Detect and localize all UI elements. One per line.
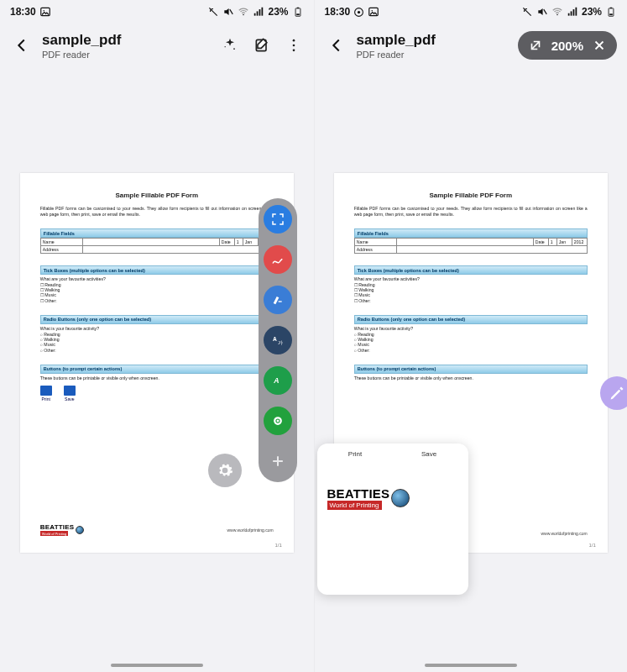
svg-rect-17 <box>278 301 281 302</box>
battery-percent: 23% <box>582 6 602 18</box>
picture-icon <box>368 6 379 18</box>
tool-palette[interactable]: A가 A <box>259 198 297 482</box>
mute-icon <box>222 6 234 18</box>
file-title: sample_pdf <box>42 32 212 49</box>
zp-save: Save <box>421 450 436 458</box>
pdf-intro: Fillable PDF forms can be customised to … <box>40 206 274 217</box>
phone-right: 18:30 23% sample_pdf PDF reader 200% <box>314 0 628 672</box>
close-icon[interactable] <box>592 38 607 53</box>
radio-options: ReadingWalking MusicOther: <box>40 332 274 353</box>
battery-percent: 23% <box>268 6 288 18</box>
svg-point-14 <box>292 39 295 42</box>
svg-rect-31 <box>568 13 570 16</box>
nav-handle[interactable] <box>425 664 517 667</box>
svg-rect-34 <box>575 8 577 16</box>
phone-left: 18:30 23% sample_pdf PDF reader <box>0 0 314 672</box>
battery-icon <box>292 6 304 18</box>
pdf-title: Sample Fillable PDF Form <box>40 192 274 199</box>
tool-draw[interactable] <box>264 245 292 274</box>
tool-add[interactable] <box>264 447 292 475</box>
back-button[interactable] <box>10 34 34 57</box>
band-fillable: Fillable Fields <box>354 228 588 238</box>
tool-highlight[interactable] <box>264 286 292 314</box>
radio-question: What is your favourite activity? <box>40 326 274 331</box>
signal-icon <box>253 6 264 18</box>
svg-point-16 <box>292 50 295 52</box>
tick-options: ReadingWalking MusicOther: <box>40 282 274 303</box>
svg-rect-5 <box>257 11 259 15</box>
edit-note-icon[interactable] <box>252 35 272 55</box>
wifi-icon <box>551 6 563 18</box>
signal-icon <box>567 6 578 18</box>
radio-question: What is your favourite activity? <box>354 326 588 331</box>
svg-point-11 <box>233 48 235 50</box>
more-menu-icon[interactable] <box>284 35 304 55</box>
svg-point-1 <box>43 10 44 12</box>
tool-translate[interactable]: A가 <box>264 326 292 354</box>
status-bar: 18:30 23% <box>315 0 628 24</box>
tool-fullscreen[interactable] <box>264 205 292 234</box>
ai-sparkle-icon[interactable] <box>220 35 240 55</box>
battery-icon <box>605 6 617 18</box>
page-number: 1/1 <box>588 543 595 548</box>
fillable-table: Name Date 1 Jan 2012 Address <box>354 238 588 254</box>
nfc-off-icon <box>207 6 219 18</box>
nav-handle[interactable] <box>111 664 203 667</box>
app-subtitle: PDF reader <box>42 50 212 60</box>
band-buttons: Buttons (to prompt certain actions) <box>354 365 588 374</box>
pdf-intro: Fillable PDF forms can be customised to … <box>354 206 588 217</box>
band-tick: Tick Boxes (multiple options can be sele… <box>354 265 588 275</box>
svg-rect-37 <box>610 8 612 8</box>
svg-text:A: A <box>273 376 279 385</box>
svg-point-15 <box>292 45 295 47</box>
buttons-note: These buttons can be printable or visibl… <box>40 375 274 381</box>
svg-text:A: A <box>273 336 277 342</box>
clock: 18:30 <box>10 6 36 18</box>
file-title: sample_pdf <box>357 32 509 49</box>
pen-fab[interactable] <box>600 376 627 410</box>
pdf-print-button[interactable]: Print <box>40 386 52 402</box>
brand-logo: BEATTIES World of Printing <box>40 523 85 536</box>
status-app-icon <box>353 7 364 18</box>
globe-icon <box>76 526 84 534</box>
back-button[interactable] <box>325 34 348 57</box>
svg-point-28 <box>372 10 374 12</box>
nfc-off-icon <box>521 6 533 18</box>
settings-fab[interactable] <box>208 454 242 487</box>
svg-line-2 <box>230 9 233 14</box>
svg-point-30 <box>556 14 558 16</box>
footer-url: www.worldofprinting.com <box>541 531 587 536</box>
picture-icon <box>39 6 51 18</box>
svg-rect-6 <box>259 9 261 16</box>
band-fillable: Fillable Fields <box>40 228 274 238</box>
svg-point-3 <box>243 14 245 16</box>
tick-question: What are your favourite activities? <box>40 276 274 281</box>
svg-rect-7 <box>262 8 264 16</box>
svg-rect-10 <box>296 8 298 8</box>
pdf-save-button[interactable]: Save <box>64 386 76 402</box>
page-number: 1/1 <box>274 543 281 548</box>
zp-print: Print <box>348 450 362 458</box>
svg-point-12 <box>224 46 225 47</box>
brand-logo-zoomed: BEATTIES World of Printing <box>327 486 467 510</box>
svg-point-26 <box>358 10 360 13</box>
buttons-note: These buttons can be printable or visibl… <box>354 375 588 381</box>
svg-text:가: 가 <box>278 340 283 345</box>
tool-smart-select[interactable] <box>264 407 292 435</box>
radio-options: ReadingWalking MusicOther: <box>354 332 588 353</box>
band-radio: Radio Buttons (only one option can be se… <box>40 315 274 324</box>
magnifier-preview[interactable]: Print Save BEATTIES World of Printing <box>317 444 468 595</box>
svg-rect-32 <box>571 11 572 15</box>
app-header: sample_pdf PDF reader <box>0 24 314 72</box>
band-radio: Radio Buttons (only one option can be se… <box>354 315 588 324</box>
pdf-page: Sample Fillable PDF Form Fillable PDF fo… <box>20 173 294 553</box>
wifi-icon <box>238 6 249 18</box>
app-subtitle: PDF reader <box>357 50 509 60</box>
svg-rect-36 <box>609 13 613 15</box>
tool-text-extract[interactable]: A <box>264 366 292 395</box>
svg-rect-9 <box>296 13 300 15</box>
expand-icon[interactable] <box>528 38 543 53</box>
mute-icon <box>536 6 548 18</box>
pdf-title: Sample Fillable PDF Form <box>354 192 588 199</box>
svg-line-29 <box>544 9 547 14</box>
